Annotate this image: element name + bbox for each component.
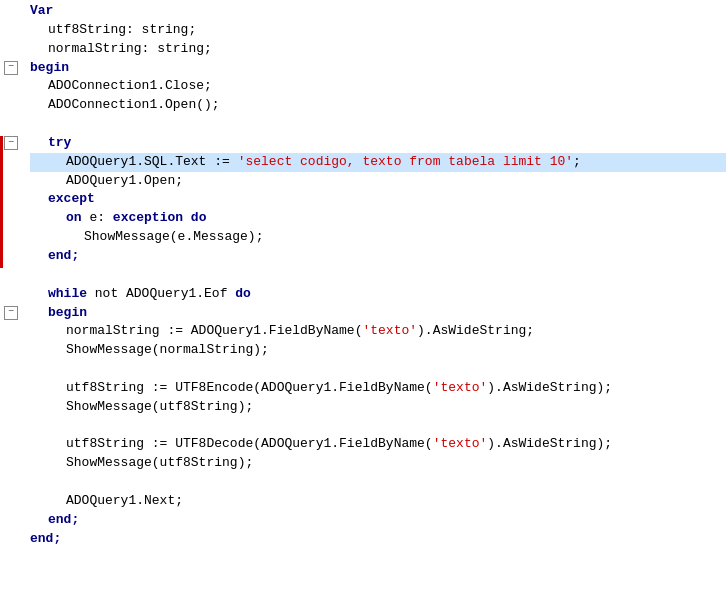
line-29: end; bbox=[30, 530, 726, 549]
line-17: begin bbox=[30, 304, 726, 323]
collapse-outer[interactable] bbox=[4, 61, 18, 75]
line-21: utf8String := UTF8Encode(ADOQuery1.Field… bbox=[30, 379, 726, 398]
line-13: ShowMessage(e.Message); bbox=[30, 228, 726, 247]
line-4: begin bbox=[30, 59, 726, 78]
line-18: normalString := ADOQuery1.FieldByName('t… bbox=[30, 322, 726, 341]
line-9: ADOQuery1.SQL.Text := 'select codigo, te… bbox=[30, 153, 726, 172]
code-text: ShowMessage(e.Message); bbox=[84, 228, 263, 247]
line-24: utf8String := UTF8Decode(ADOQuery1.Field… bbox=[30, 435, 726, 454]
line-27: ADOQuery1.Next; bbox=[30, 492, 726, 511]
line-26 bbox=[30, 473, 726, 492]
line-12: on e: exception do bbox=[30, 209, 726, 228]
keyword-while: while bbox=[48, 285, 87, 304]
line-22: ShowMessage(utf8String); bbox=[30, 398, 726, 417]
keyword-end2: end; bbox=[48, 511, 79, 530]
code-text: ADOQuery1.Next; bbox=[66, 492, 183, 511]
code-text: normalString: string; bbox=[48, 40, 212, 59]
keyword-end3: end; bbox=[30, 530, 61, 549]
line-28: end; bbox=[30, 511, 726, 530]
line-8: try bbox=[30, 134, 726, 153]
gutter bbox=[0, 0, 22, 589]
string-literal-texto3: 'texto' bbox=[433, 435, 488, 454]
line-5: ADOConnection1.Close; bbox=[30, 77, 726, 96]
collapse-begin2[interactable] bbox=[4, 306, 18, 320]
line-23 bbox=[30, 417, 726, 436]
line-20 bbox=[30, 360, 726, 379]
line-1: Var bbox=[30, 2, 726, 21]
line-11: except bbox=[30, 190, 726, 209]
keyword-except: except bbox=[48, 190, 95, 209]
code-text: ShowMessage(utf8String); bbox=[66, 398, 253, 417]
line-25: ShowMessage(utf8String); bbox=[30, 454, 726, 473]
line-3: normalString: string; bbox=[30, 40, 726, 59]
keyword-try: try bbox=[48, 134, 71, 153]
code-text: ADOConnection1.Open(); bbox=[48, 96, 220, 115]
code-text: ADOConnection1.Close; bbox=[48, 77, 212, 96]
code-text: ShowMessage(utf8String); bbox=[66, 454, 253, 473]
keyword-begin2: begin bbox=[48, 304, 87, 323]
keyword-do2: do bbox=[235, 285, 251, 304]
keyword-on: on bbox=[66, 209, 82, 228]
line-7 bbox=[30, 115, 726, 134]
code-text: ShowMessage(normalString); bbox=[66, 341, 269, 360]
string-literal-texto1: 'texto' bbox=[362, 322, 417, 341]
string-literal: 'select codigo, texto from tabela limit … bbox=[238, 153, 573, 172]
string-literal-texto2: 'texto' bbox=[433, 379, 488, 398]
red-bar-try bbox=[0, 136, 3, 268]
line-14: end; bbox=[30, 247, 726, 266]
line-16: while not ADOQuery1.Eof do bbox=[30, 285, 726, 304]
keyword-begin: begin bbox=[30, 59, 69, 78]
keyword-var: Var bbox=[30, 2, 53, 21]
code-text: ADOQuery1.Open; bbox=[66, 172, 183, 191]
keyword-do: do bbox=[191, 209, 207, 228]
keyword-exception: exception bbox=[113, 209, 183, 228]
code-editor: Var utf8String: string; normalString: st… bbox=[0, 0, 726, 589]
code-area: Var utf8String: string; normalString: st… bbox=[22, 0, 726, 589]
collapse-try[interactable] bbox=[4, 136, 18, 150]
line-2: utf8String: string; bbox=[30, 21, 726, 40]
line-10: ADOQuery1.Open; bbox=[30, 172, 726, 191]
code-text: ADOQuery1.SQL.Text := bbox=[66, 153, 238, 172]
line-15 bbox=[30, 266, 726, 285]
code-text: utf8String: string; bbox=[48, 21, 196, 40]
keyword-end: end; bbox=[48, 247, 79, 266]
line-6: ADOConnection1.Open(); bbox=[30, 96, 726, 115]
line-19: ShowMessage(normalString); bbox=[30, 341, 726, 360]
